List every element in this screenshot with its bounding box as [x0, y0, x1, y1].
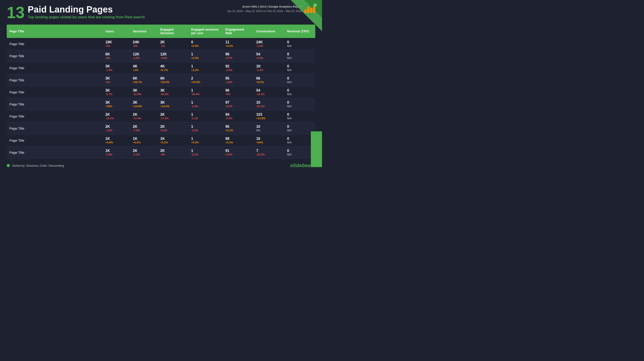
cell-main-value: 1K	[105, 149, 128, 153]
cell-change-value: -7.3%	[133, 129, 155, 132]
cell-change-value: -17.4%	[133, 117, 155, 120]
cell-main-value: 6K	[105, 52, 128, 56]
cell-main-value: 2K	[160, 113, 186, 117]
table-row: Page Title18K-2%24K-5%2K-1%0+0.9%11+4.2%…	[7, 38, 315, 50]
cell-change-value: -5%	[133, 44, 155, 47]
cell-change-value: 0%	[256, 129, 282, 132]
cell-change-value: N/A	[287, 69, 312, 72]
bar3	[310, 8, 312, 13]
cell-change-value: -3.3%	[191, 129, 220, 132]
cell-main-value: 0	[287, 100, 312, 104]
cell-main-value: 7	[256, 149, 282, 153]
page-title-cell: Page Title	[7, 62, 103, 74]
col-engaged-per-user: Engaged sessions per user	[188, 24, 223, 38]
cell-main-value: 1	[191, 88, 220, 92]
cell-main-value: 24K	[256, 40, 282, 44]
sub-title: Top landing pages visited by users that …	[28, 15, 145, 19]
cell-main-value: 0	[287, 125, 312, 129]
cell-change-value: +10.8%	[256, 117, 282, 120]
cell-change-value: +0.3%	[226, 141, 251, 144]
cell-main-value: 2K	[105, 113, 128, 117]
cell-main-value: 10	[256, 125, 282, 129]
cell-change-value: +4.2%	[226, 44, 251, 47]
sort-label: Sorted by: Sessions, Order: Descending	[12, 164, 64, 167]
cell-change-value: -1.4%	[191, 105, 220, 108]
cell-main-value: 96	[226, 88, 251, 92]
cell-main-value: 97	[226, 100, 251, 104]
cell-main-value: 0	[287, 88, 312, 92]
cell-main-value: 1K	[133, 137, 155, 141]
footer-dot	[7, 164, 10, 167]
table-row: Page Title3K+16%3K+14.8%3K+14.4%1-1.4%97…	[7, 98, 315, 110]
cell-change-value: +0.7%	[160, 69, 186, 72]
table-row: Page Title2K-15.2%2K-17.4%2K-17.8%1-3.1%…	[7, 110, 315, 122]
cell-main-value: 1K	[160, 137, 186, 141]
cell-change-value: -42.9%	[160, 93, 186, 96]
cell-main-value: 0	[287, 76, 312, 80]
cell-change-value: -5.7%	[105, 93, 128, 96]
cell-main-value: 12K	[133, 52, 155, 56]
page-title-cell: Page Title	[7, 38, 103, 50]
cell-main-value: 95	[226, 125, 251, 129]
cell-main-value: 2K	[160, 125, 186, 129]
cell-main-value: 16	[256, 137, 282, 141]
cell-change-value: N/A	[287, 117, 312, 120]
col-revenue: Revenue (TRY)	[284, 24, 315, 38]
header-right: Acorn Hills | GA4 | Google Analytics Rep…	[227, 4, 315, 13]
cell-main-value: 96	[226, 52, 251, 56]
cell-main-value: 3K	[160, 100, 186, 104]
cell-change-value: N/A	[287, 129, 312, 132]
cell-main-value: 3K	[160, 88, 186, 92]
cell-change-value: +63.8%	[191, 81, 220, 84]
col-users: Users	[103, 24, 130, 38]
cell-main-value: 2K	[133, 113, 155, 117]
cell-change-value: +5.2%	[160, 141, 186, 144]
page-title-cell: Page Title	[7, 134, 103, 147]
cell-main-value: 54	[256, 52, 282, 56]
data-table: Page Title Users Sessions Engaged Sessio…	[7, 24, 315, 159]
cell-main-value: 2	[191, 76, 220, 80]
page-number: 13	[7, 4, 24, 20]
header-left: 13 Paid Landing Pages Top landing pages …	[7, 4, 145, 20]
cell-main-value: 66	[256, 76, 282, 80]
brand-line1: Acorn Hills | GA4 | Google Analytics Rep…	[227, 4, 302, 9]
cell-main-value: 11	[226, 40, 251, 44]
cell-change-value: +53.9%	[160, 81, 186, 84]
cell-main-value: 10	[256, 100, 282, 104]
page-footer: Sorted by: Sessions, Order: Descending s…	[7, 163, 315, 168]
cell-main-value: 1	[191, 113, 220, 117]
cell-change-value: -2.1%	[191, 153, 220, 156]
cell-main-value: 1	[191, 64, 220, 68]
cell-change-value: N/A	[287, 44, 312, 47]
cell-change-value: -0.7%	[226, 56, 251, 60]
cell-change-value: -1.5%	[105, 69, 128, 72]
cell-main-value: 1K	[105, 137, 128, 141]
cell-main-value: 1	[191, 52, 220, 56]
table-row: Page Title1K+4.6%1K+4.9%1K+5.2%1+0.5%98+…	[7, 134, 315, 147]
cell-change-value: +16%	[105, 105, 128, 108]
cell-change-value: +4.6%	[105, 141, 128, 144]
cell-main-value: 91	[226, 149, 251, 153]
cell-main-value: 2K	[160, 149, 186, 153]
cell-main-value: 1	[191, 149, 220, 153]
cell-change-value: +4.9%	[133, 141, 155, 144]
cell-main-value: 1	[191, 125, 220, 129]
cell-main-value: 3K	[133, 88, 155, 92]
cell-main-value: 3K	[133, 100, 155, 104]
cell-change-value: +0.5%	[191, 141, 220, 144]
cell-main-value: 0	[191, 40, 220, 44]
cell-change-value: +2.5%	[191, 56, 220, 60]
cell-change-value: N/A	[287, 141, 312, 144]
cell-change-value: -15.2%	[105, 117, 128, 120]
page-title-cell: Page Title	[7, 86, 103, 98]
cell-main-value: 103	[256, 113, 282, 117]
cell-change-value: +8.2%	[256, 81, 282, 84]
cell-main-value: 2K	[133, 149, 155, 153]
cell-change-value: -0.3%	[226, 69, 251, 72]
cell-main-value: 4K	[133, 64, 155, 68]
cell-main-value: 18K	[105, 40, 128, 44]
cell-change-value: +2.3%	[226, 129, 251, 132]
col-conversions: Conversions	[254, 24, 284, 38]
cell-main-value: 0	[287, 52, 312, 56]
cell-change-value: -3.3%	[256, 69, 282, 72]
